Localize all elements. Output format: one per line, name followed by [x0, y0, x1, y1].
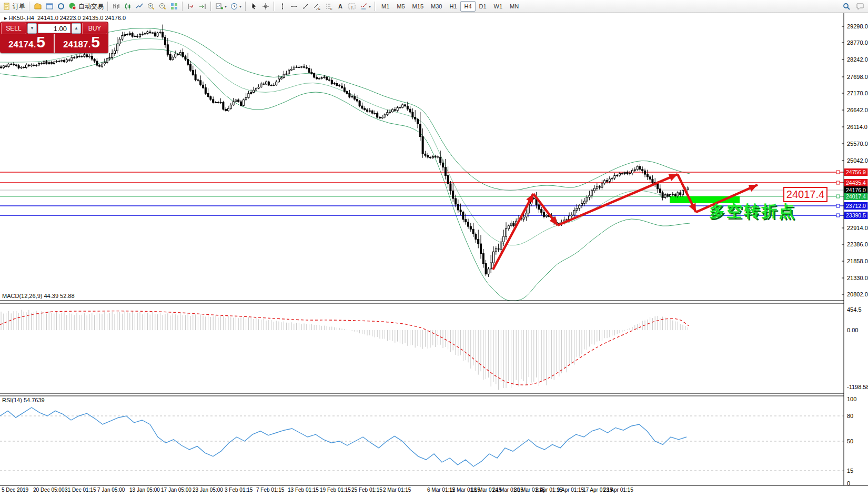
candlesticks [1, 25, 689, 277]
date-tick-label: 19 Feb 01:15 [320, 487, 351, 493]
price-badge-label: 24176.0 [846, 187, 866, 193]
chevron-down-icon: ▾ [239, 4, 241, 9]
autotrading-button[interactable]: 自动交易 [67, 1, 105, 12]
price-tick-label: 21858.0 [847, 258, 868, 264]
bar-chart-button[interactable] [110, 1, 122, 12]
date-tick-label: 13 Feb 01:15 [288, 487, 319, 493]
periods-button[interactable]: ▾ [228, 1, 243, 12]
price-tick-label: 27698.0 [847, 74, 868, 80]
market-watch-icon [45, 2, 54, 11]
sell-price[interactable]: 24174.5 [0, 34, 55, 53]
rsi-panel[interactable]: 1008050150 [0, 396, 856, 486]
price-tick-label: 21330.0 [847, 275, 868, 281]
sell-button[interactable]: SELL [1, 23, 26, 34]
timeframe-button-m15[interactable]: M15 [409, 1, 427, 12]
timeframe-button-h1[interactable]: H1 [446, 1, 460, 12]
toolbar-item-label: 自动交易 [78, 2, 104, 11]
buy-price[interactable]: 24187.5 [55, 34, 108, 53]
timeframe-button-m1[interactable]: M1 [378, 1, 393, 12]
chart-canvas[interactable]: 29298.028770.028242.027698.027170.026642… [0, 13, 868, 497]
chevron-down-icon: ▾ [225, 4, 227, 9]
macd-indicator-label: MACD(12,26,9) 44.39 52.88 [2, 293, 75, 299]
price-tick-label: 22386.0 [847, 241, 868, 247]
macd-signal-line [0, 311, 689, 385]
fibonacci-icon: F [325, 2, 333, 11]
periods-icon [230, 2, 238, 11]
text-button[interactable]: A [335, 1, 346, 12]
chat-icon[interactable] [854, 1, 866, 12]
date-tick-label: 20 Dec 05:00 [33, 487, 65, 493]
price-axis[interactable]: 29298.028770.028242.027698.027170.026642… [842, 23, 868, 297]
price-tick-label: 20802.0 [847, 291, 868, 297]
data-window-button[interactable] [55, 1, 67, 12]
timeframe-button-mn[interactable]: MN [506, 1, 522, 12]
timeframe-button-h4[interactable]: H4 [460, 1, 475, 12]
symbol-marker: ▸ [4, 15, 7, 21]
price-badge-label: 24756.9 [846, 169, 866, 175]
price-callout-box: 24017.4 [783, 187, 827, 202]
line-anchor-square [836, 204, 840, 207]
price-badge-label: 24017.4 [846, 193, 866, 200]
arrows-button[interactable]: ▾ [358, 1, 372, 12]
date-tick-label: 7 Feb 01:15 [256, 487, 285, 493]
volume-input[interactable]: 1.00 [38, 24, 70, 33]
arrows-icon [359, 2, 368, 11]
sell-price-point: . [34, 41, 36, 49]
search-icon[interactable] [841, 1, 852, 12]
horizontal-line-button[interactable] [288, 1, 300, 12]
line-anchor-square [836, 181, 840, 184]
cursor-button[interactable] [248, 1, 260, 12]
date-tick-label: 25 Feb 01:15 [351, 487, 382, 493]
new-chart-button[interactable]: ▾ [214, 1, 228, 12]
new-order-icon [3, 2, 11, 11]
horizontal-line-icon [290, 2, 298, 11]
tile-windows-icon [170, 2, 178, 11]
date-tick-label: 23 Jan 05:00 [193, 487, 223, 493]
bollinger-lower-band [0, 49, 690, 301]
timeframe-button-m30[interactable]: M30 [427, 1, 446, 12]
macd-panel[interactable]: 454.50.00-1198.58 [0, 306, 868, 390]
buy-button[interactable]: BUY [82, 23, 107, 34]
shift-chart-icon [187, 2, 195, 11]
toolbar-separator [29, 2, 30, 11]
date-tick-label: 2 Mar 01:15 [383, 487, 411, 493]
volume-decrease-button[interactable]: ▼ [27, 23, 37, 34]
macd-axis-label: 454.5 [847, 306, 862, 313]
volume-increase-button[interactable]: ▲ [72, 23, 81, 34]
auto-scroll-icon [198, 2, 207, 11]
toolbar-separator [375, 2, 376, 11]
bar-chart-icon [112, 2, 120, 11]
price-tick-label: 25042.0 [847, 157, 868, 164]
timeframe-button-d1[interactable]: D1 [476, 1, 490, 12]
macd-axis-label: -1198.58 [847, 384, 868, 390]
candlestick-chart-button[interactable] [122, 1, 134, 12]
timeframe-button-m5[interactable]: M5 [393, 1, 408, 12]
shift-chart-button[interactable] [185, 1, 197, 12]
buy-price-main: 24187 [63, 39, 88, 50]
line-chart-button[interactable] [134, 1, 145, 12]
sell-price-frac: 5 [36, 34, 45, 50]
buy-price-frac: 5 [91, 34, 100, 50]
channel-button[interactable]: E [311, 1, 323, 12]
crosshair-button[interactable] [260, 1, 271, 12]
new-order-button[interactable]: 订单 [1, 1, 27, 12]
line-anchor-square [836, 214, 840, 217]
zoom-out-icon [158, 2, 167, 11]
date-tick-label: 7 Jan 05:00 [97, 487, 125, 493]
zoom-in-button[interactable] [145, 1, 157, 12]
time-axis[interactable]: 5 Dec 201920 Dec 05:0031 Dec 01:157 Jan … [2, 487, 633, 493]
price-badge-label: 23390.5 [846, 212, 866, 218]
text-label-button[interactable]: T [346, 1, 358, 12]
toolbar-separator [245, 2, 246, 11]
profiles-button[interactable] [32, 1, 44, 12]
market-watch-button[interactable] [44, 1, 55, 12]
trendline-button[interactable] [300, 1, 311, 12]
date-tick-label: 23 Apr 01:15 [603, 487, 633, 493]
vertical-line-button[interactable] [277, 1, 288, 12]
timeframe-button-w1[interactable]: W1 [490, 1, 507, 12]
price-tick-label: 29298.0 [847, 23, 868, 29]
tile-windows-button[interactable] [168, 1, 180, 12]
fibonacci-button[interactable]: F [323, 1, 335, 12]
zoom-out-button[interactable] [157, 1, 168, 12]
auto-scroll-button[interactable] [197, 1, 208, 12]
